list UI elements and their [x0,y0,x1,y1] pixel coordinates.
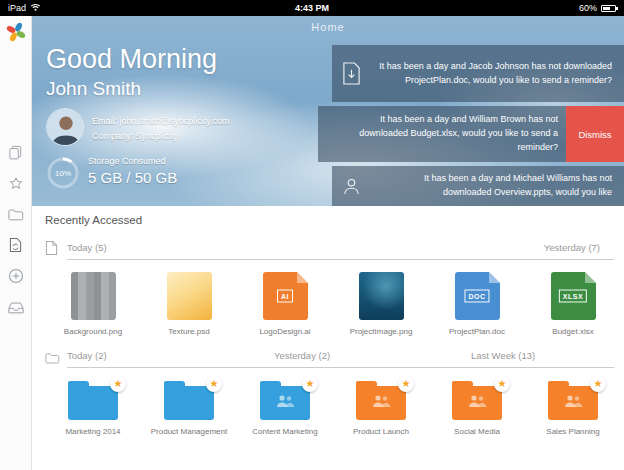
group-label-yesterday: Yesterday (2) [274,350,330,361]
file-name: ProjectImage.png [350,327,413,336]
folder-tile[interactable]: ★ Marketing 2014 [45,380,141,436]
folder-thumbnail [260,386,310,420]
folder-name: Content Marketing [252,427,317,436]
folder-thumbnail [68,386,118,420]
folder-name: Social Media [454,427,500,436]
file-tile[interactable]: DOC ProjectPlan.doc [429,272,525,336]
file-tile[interactable]: Background.png [45,272,141,336]
group-label-yesterday: Yesterday (7) [544,242,600,253]
people-icon [466,394,488,412]
folder-name: Product Management [151,427,228,436]
file-tile[interactable]: XLSX Budget.xlsx [525,272,621,336]
add-icon[interactable] [7,267,25,285]
folder-name: Product Launch [353,427,409,436]
people-icon [562,394,584,412]
files-row: Background.png Texture.psd AI LogoDesign… [45,272,624,336]
filetype-badge: DOC [464,290,489,303]
notification-card[interactable]: It has been a day and Michael Williams h… [332,166,624,206]
folder-tile[interactable]: ★ Content Marketing [237,380,333,436]
hero-header: Home Good Morning John Smith Email: john… [32,16,624,206]
syncplicity-logo[interactable] [5,21,27,47]
file-name: LogoDesign.ai [259,327,310,336]
clock: 4:43 PM [0,3,624,13]
inbox-icon[interactable] [7,298,25,316]
storage-title: Storage Consumed [88,156,177,166]
file-thumbnail: DOC [455,272,500,320]
notification-text: It has been a day and William Brown has … [318,113,566,155]
folder-name: Sales Planning [546,427,599,436]
filetype-badge: AI [277,290,293,303]
section-title: Recently Accessed [45,214,624,226]
notification-text: It has been a day and Jacob Johnson has … [370,60,624,88]
file-name: Texture.psd [168,327,209,336]
notification-text: It has been a day and Michael Williams h… [370,172,624,200]
group-label-today: Today (2) [67,350,107,361]
storage-percent: 10% [46,156,80,190]
contact-info: Email: john.smith@syncplicity.com Compan… [92,114,230,145]
people-icon [274,394,296,412]
file-tile[interactable]: AI LogoDesign.ai [237,272,333,336]
favorite-star-icon: ★ [110,376,126,392]
favorite-star-icon: ★ [398,376,414,392]
sidebar [0,16,32,470]
file-thumbnail [71,272,116,320]
status-right: 60% [579,3,616,13]
folder-thumbnail [548,386,598,420]
favorite-star-icon: ★ [590,376,606,392]
document-download-icon [332,62,370,85]
file-thumbnail: XLSX [551,272,596,320]
folders-group-labels: Today (2) Yesterday (2) Last Week (13) [67,350,614,368]
people-icon [370,394,392,412]
filetype-badge: XLSX [559,290,587,303]
battery-percent: 60% [579,3,597,13]
storage-info: Storage Consumed 5 GB / 50 GB [88,156,177,186]
file-name: ProjectPlan.doc [449,327,505,336]
folder-tile[interactable]: ★ Social Media [429,380,525,436]
folder-thumbnail [452,386,502,420]
file-thumbnail [359,272,404,320]
app-screen: iPad 4:43 PM 60% [0,0,624,470]
avatar[interactable] [46,108,84,146]
file-thumbnail [167,272,212,320]
file-name: Background.png [64,327,122,336]
greeting-text: Good Morning [46,44,217,75]
folder-thumbnail [356,386,406,420]
files-group-labels: Today (5) Yesterday (7) [67,242,614,260]
file-name: Budget.xlsx [552,327,593,336]
file-tile[interactable]: ProjectImage.png [333,272,429,336]
favorite-star-icon: ★ [206,376,222,392]
folder-thumbnail [164,386,214,420]
file-thumbnail: AI [263,272,308,320]
star-icon[interactable] [7,174,25,192]
shared-file-icon[interactable] [7,236,25,254]
group-label-last-week: Last Week (13) [471,350,535,361]
person-icon [332,177,370,196]
favorite-star-icon: ★ [494,376,510,392]
sidebar-nav [7,143,25,316]
folder-icon[interactable] [7,205,25,223]
file-tile[interactable]: Texture.psd [141,272,237,336]
folders-row: ★ Marketing 2014 ★ Product Management [45,380,624,436]
status-bar: iPad 4:43 PM 60% [0,0,624,16]
folder-tile[interactable]: ★ Product Management [141,380,237,436]
storage-ring: 10% [46,156,80,190]
folder-tile[interactable]: ★ Product Launch [333,380,429,436]
folder-tile[interactable]: ★ Sales Planning [525,380,621,436]
group-label-today: Today (5) [67,242,107,253]
notification-card[interactable]: It has been a day and William Brown has … [318,106,624,162]
folder-icon [45,352,63,368]
favorite-star-icon: ★ [302,376,318,392]
page-title: Home [32,21,624,33]
user-name: John Smith [46,78,141,100]
folders-group-header: Today (2) Yesterday (2) Last Week (13) [45,350,614,368]
dismiss-button[interactable]: Dismiss [566,106,624,162]
folder-name: Marketing 2014 [65,427,120,436]
main-content: Recently Accessed Today (5) Yesterday (7… [32,206,624,470]
documents-icon[interactable] [7,143,25,161]
notification-card[interactable]: It has been a day and Jacob Johnson has … [332,45,624,102]
email-label: Email: john.smith@syncplicity.com [92,114,230,129]
storage-value: 5 GB / 50 GB [88,169,177,186]
file-icon [45,240,63,260]
company-label: Company: Syncplicity [92,129,230,144]
battery-icon [601,5,616,12]
